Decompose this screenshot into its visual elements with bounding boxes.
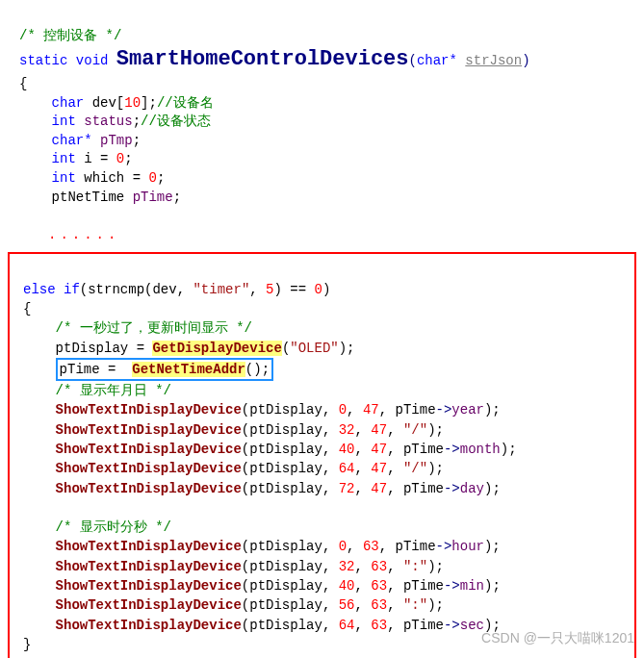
var-which: which	[84, 170, 124, 186]
keyword-int: int	[52, 151, 76, 166]
comment: /* 显示年月日 */	[56, 383, 171, 398]
comment: /* 控制设备 */	[19, 28, 121, 43]
comment: //设备状态	[141, 114, 211, 129]
num: 0	[315, 282, 322, 297]
highlighted-line: pTime = GetNetTimeAddr();	[56, 358, 273, 381]
num: 5	[266, 282, 273, 297]
keyword-char: char	[52, 95, 85, 111]
var-i: i	[84, 151, 91, 166]
func-showtext: ShowTextInDisplayDevice	[56, 539, 242, 554]
param-type: char*	[417, 53, 457, 68]
keyword-void: void	[76, 53, 109, 68]
paren: (	[409, 53, 417, 68]
function-name: SmartHomeControlDevices	[116, 47, 409, 71]
paren: )	[522, 53, 529, 68]
string: "OLED"	[290, 341, 338, 356]
top-code-block: /* 控制设备 */ static void SmartHomeControlD…	[0, 0, 644, 252]
func-showtext: ShowTextInDisplayDevice	[56, 597, 242, 613]
func-showtext: ShowTextInDisplayDevice	[56, 618, 242, 633]
highlighted-code-box: else if(strncmp(dev, "timer", 5) == 0) {…	[8, 252, 636, 658]
ellipsis: ......	[19, 227, 119, 242]
func-strncmp: strncmp	[88, 282, 144, 297]
type-ptnettime: ptNetTime	[52, 190, 125, 205]
keyword-int: int	[52, 170, 76, 186]
comment: /* 一秒过了，更新时间显示 */	[56, 320, 252, 336]
string: "timer"	[193, 282, 249, 297]
func-showtext: ShowTextInDisplayDevice	[56, 461, 242, 476]
func-showtext: ShowTextInDisplayDevice	[56, 422, 242, 438]
var-ptime: pTime	[60, 362, 100, 377]
num: 0	[116, 151, 124, 166]
func-showtext: ShowTextInDisplayDevice	[56, 402, 242, 418]
func-showtext: ShowTextInDisplayDevice	[56, 559, 242, 574]
comment: /* 显示时分秒 */	[56, 519, 171, 535]
func-showtext: ShowTextInDisplayDevice	[56, 442, 242, 457]
comment: //设备名	[157, 95, 214, 111]
func-getnettimeaddr: GetNetTimeAddr	[132, 362, 245, 377]
num: 10	[124, 95, 141, 111]
watermark: CSDN @一只大喵咪1201	[481, 630, 634, 647]
func-showtext: ShowTextInDisplayDevice	[56, 578, 242, 594]
var-ptdisplay: ptDisplay	[56, 341, 129, 356]
num: 0	[148, 170, 156, 186]
var-status: status	[84, 114, 132, 129]
var-ptime: pTime	[133, 190, 173, 205]
var-ptmp: pTmp	[100, 133, 133, 148]
func-getdisplaydevice: GetDisplayDevice	[152, 341, 281, 356]
keyword-static: static	[19, 53, 67, 68]
keyword-int: int	[52, 114, 76, 129]
var-dev: dev	[92, 95, 116, 111]
param-name: strJson	[465, 53, 522, 68]
var-dev: dev	[152, 282, 176, 297]
func-showtext: ShowTextInDisplayDevice	[56, 481, 242, 496]
keyword-char: char*	[52, 133, 92, 148]
keyword-elseif: else if	[23, 282, 80, 297]
